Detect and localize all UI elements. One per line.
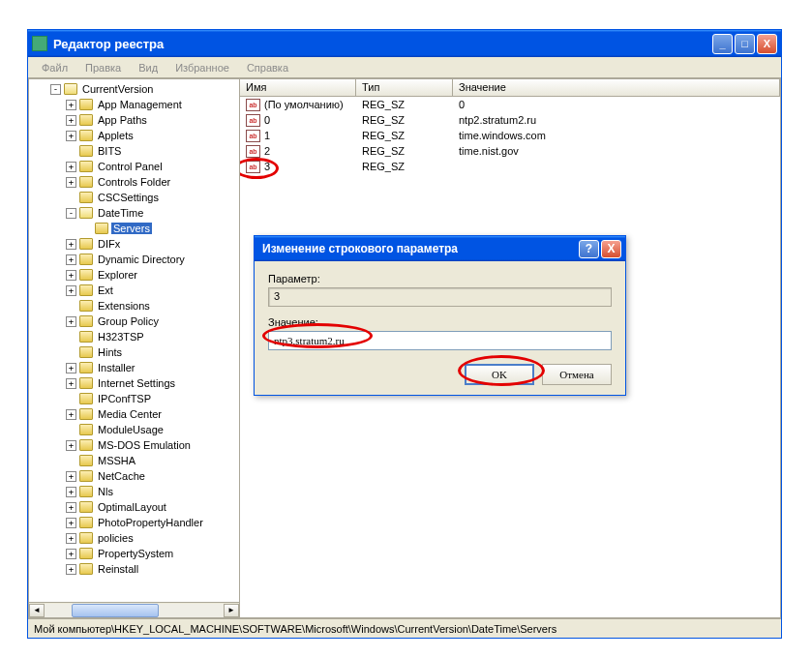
collapse-icon[interactable]: - (50, 84, 61, 95)
tree-node[interactable]: +Explorer (29, 267, 239, 283)
expand-icon[interactable]: + (66, 471, 76, 482)
app-icon (32, 36, 47, 51)
horizontal-scrollbar[interactable]: ◄ ► (29, 602, 239, 617)
expand-icon[interactable]: + (66, 440, 76, 451)
tree-node[interactable]: Extensions (29, 298, 239, 314)
expand-icon[interactable]: + (66, 285, 76, 296)
collapse-icon[interactable]: - (66, 208, 76, 219)
maximize-button[interactable]: □ (735, 34, 755, 54)
tree-node[interactable]: ModuleUsage (29, 422, 239, 437)
tree-node[interactable]: +Group Policy (29, 314, 239, 329)
tree-node[interactable]: IPConfTSP (29, 391, 239, 406)
menu-favorites[interactable]: Избранное (167, 60, 237, 75)
tree-node[interactable]: +MS-DOS Emulation (29, 437, 239, 453)
tree-node[interactable]: MSSHA (29, 453, 239, 468)
registry-tree[interactable]: -CurrentVersion+App Management+App Paths… (29, 79, 239, 602)
list-header: Имя Тип Значение (240, 79, 780, 97)
expand-icon[interactable]: + (66, 487, 76, 497)
tree-node[interactable]: +PropertySystem (29, 546, 239, 561)
value-input[interactable] (268, 331, 612, 350)
tree-node[interactable]: +App Management (29, 97, 239, 112)
menubar: Файл Правка Вид Избранное Справка (28, 57, 781, 78)
expand-icon[interactable]: + (66, 549, 76, 559)
close-button[interactable]: X (757, 34, 777, 54)
tree-node[interactable]: +Control Panel (29, 159, 239, 174)
scroll-right-button[interactable]: ► (224, 604, 239, 617)
expand-icon[interactable]: + (66, 131, 76, 141)
value-row[interactable]: 3REG_SZ (240, 159, 780, 174)
tree-node[interactable]: Hints (29, 344, 239, 360)
tree-node-label: PhotoPropertyHandler (96, 517, 205, 528)
expand-icon[interactable]: + (66, 533, 76, 544)
tree-node[interactable]: +Reinstall (29, 561, 239, 577)
tree-node[interactable]: +policies (29, 530, 239, 546)
dialog-help-button[interactable]: ? (579, 240, 599, 258)
tree-node[interactable]: H323TSP (29, 329, 239, 344)
tree-node-label: Extensions (96, 300, 152, 312)
scroll-track[interactable] (45, 604, 224, 617)
menu-file[interactable]: Файл (34, 60, 75, 75)
dialog-title: Изменение строкового параметра (258, 242, 579, 255)
tree-node-label: policies (96, 532, 135, 544)
menu-view[interactable]: Вид (131, 60, 165, 75)
expand-icon[interactable]: + (66, 409, 76, 420)
expander-spacer (66, 332, 76, 343)
tree-node[interactable]: +Dynamic Directory (29, 252, 239, 267)
tree-node[interactable]: +Controls Folder (29, 174, 239, 190)
tree-node[interactable]: +App Paths (29, 112, 239, 128)
folder-icon (79, 130, 93, 141)
expand-icon[interactable]: + (66, 177, 76, 188)
expand-icon[interactable]: + (66, 115, 76, 126)
tree-node[interactable]: -DateTime (29, 205, 239, 221)
expand-icon[interactable]: + (66, 518, 76, 528)
minimize-button[interactable]: _ (712, 34, 733, 54)
expand-icon[interactable]: + (66, 564, 76, 575)
expand-icon[interactable]: + (66, 363, 76, 373)
tree-node[interactable]: +Nls (29, 484, 239, 499)
tree-node[interactable]: -CurrentVersion (29, 81, 239, 97)
expand-icon[interactable]: + (66, 502, 76, 513)
dialog-titlebar[interactable]: Изменение строкового параметра ? X (255, 236, 625, 261)
folder-icon (79, 408, 93, 420)
tree-node[interactable]: +PhotoPropertyHandler (29, 515, 239, 530)
tree-node[interactable]: CSCSettings (29, 190, 239, 205)
column-value[interactable]: Значение (453, 79, 780, 96)
value-row[interactable]: (По умолчанию)REG_SZ0 (240, 97, 780, 112)
tree-node[interactable]: BITS (29, 143, 239, 159)
string-value-icon (246, 114, 260, 127)
tree-node[interactable]: +Installer (29, 360, 239, 375)
tree-node[interactable]: +NetCache (29, 468, 239, 484)
folder-icon (79, 470, 93, 482)
dialog-close-button[interactable]: X (601, 240, 621, 258)
column-type[interactable]: Тип (356, 79, 453, 96)
expand-icon[interactable]: + (66, 162, 76, 172)
expand-icon[interactable]: + (66, 239, 76, 250)
cancel-button[interactable]: Отмена (542, 364, 612, 385)
value-row[interactable]: 1REG_SZtime.windows.com (240, 128, 780, 143)
menu-edit[interactable]: Правка (77, 60, 129, 75)
tree-node[interactable]: +OptimalLayout (29, 499, 239, 515)
expand-icon[interactable]: + (66, 270, 76, 281)
expand-icon[interactable]: + (66, 378, 76, 389)
titlebar[interactable]: Редактор реестра _ □ X (28, 30, 781, 57)
value-name: (По умолчанию) (264, 99, 344, 110)
tree-node[interactable]: +Ext (29, 283, 239, 298)
status-path: Мой компьютер\HKEY_LOCAL_MACHINE\SOFTWAR… (34, 623, 556, 635)
tree-node[interactable]: +DIFx (29, 236, 239, 252)
folder-icon (79, 532, 93, 544)
value-row[interactable]: 2REG_SZtime.nist.gov (240, 143, 780, 159)
tree-node[interactable]: +Applets (29, 128, 239, 143)
tree-node[interactable]: +Internet Settings (29, 375, 239, 391)
menu-help[interactable]: Справка (239, 60, 296, 75)
tree-node[interactable]: Servers (29, 221, 239, 236)
tree-node[interactable]: +Media Center (29, 406, 239, 422)
expand-icon[interactable]: + (66, 254, 76, 265)
scroll-left-button[interactable]: ◄ (29, 604, 45, 617)
expand-icon[interactable]: + (66, 316, 76, 327)
tree-node-label: BITS (96, 145, 123, 157)
expand-icon[interactable]: + (66, 100, 76, 110)
scroll-thumb[interactable] (72, 604, 159, 617)
value-row[interactable]: 0REG_SZntp2.stratum2.ru (240, 112, 780, 128)
ok-button[interactable]: OK (465, 364, 534, 385)
column-name[interactable]: Имя (240, 79, 356, 96)
